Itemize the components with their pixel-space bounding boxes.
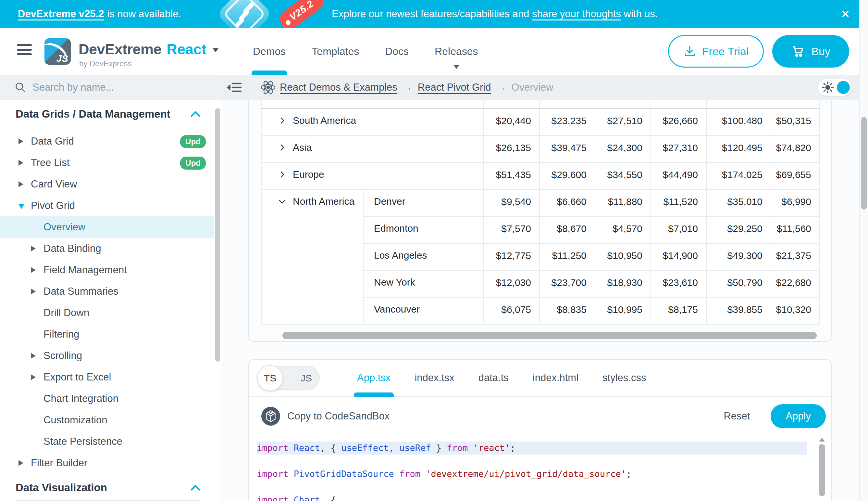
pivot-city-cell-los-angeles[interactable]: Los Angeles [363,243,484,270]
sidebar-item-tree-list[interactable]: Tree ListUpd [0,152,214,173]
pivot-cell-value: $14,900 [651,243,706,270]
react-icon [260,79,277,96]
pivot-region-cell-europe[interactable]: Europe [261,162,484,189]
devextreme-js-logo[interactable]: JS [44,38,71,65]
buy-button[interactable]: Buy [772,35,849,67]
sidebar-section-data-grids-data-management[interactable]: Data Grids / Data Management [0,103,214,125]
language-toggle-ts[interactable]: TS [257,365,283,391]
language-toggle[interactable]: TS JS [257,366,320,390]
sidebar-item-customization[interactable]: Customization [0,409,214,431]
chevron-right-icon [31,353,36,359]
pivot-grid-table: South America$20,440$23,235$27,510$26,66… [261,100,820,324]
pivot-hscroll-thumb[interactable] [283,332,817,339]
pivot-region-cell-asia[interactable]: Asia [261,136,484,162]
pivot-region-cell-north-america[interactable]: North America [261,189,363,324]
sidebar-scrollbar[interactable] [215,108,220,362]
code-vertical-scrollbar [818,438,826,499]
breadcrumb-separator: → [403,82,413,93]
sidebar-item-card-view[interactable]: Card View [0,173,214,195]
pivot-cell-value: $29,600 [539,162,595,189]
chevron-up-icon [190,110,201,118]
sidebar-item-filtering[interactable]: Filtering [0,323,214,345]
sidebar-item-filter-builder[interactable]: Filter Builder [0,452,214,474]
apply-button[interactable]: Apply [771,404,826,428]
pivot-cell-value: $49,300 [706,243,771,270]
breadcrumb-item-react-demos-examples[interactable]: React Demos & Examples [280,82,397,93]
scroll-up-arrow-icon[interactable] [819,438,825,441]
pivot-cell-value: $8,670 [539,216,595,243]
pivot-row-region-asia: Asia$26,135$39,475$24,300$27,310$120,495… [261,136,820,162]
sandbox-toolbar: Copy to CodeSandBox Reset Apply [249,397,831,436]
sidebar-item-data-summaries[interactable]: Data Summaries [0,281,214,302]
pivot-region-cell-south-america[interactable]: South America [261,108,484,136]
code-line [257,481,831,493]
pivot-city-cell-vancouver[interactable]: Vancouver [363,297,484,324]
hamburger-menu-icon[interactable] [17,44,32,58]
chevron-right-icon [19,138,23,144]
page-scrollbar-thumb[interactable] [861,117,867,210]
pivot-city-cell-denver[interactable]: Denver [363,189,484,216]
brand-title: DevExtreme React [79,41,219,58]
sidebar-item-drill-down[interactable]: Drill Down [0,302,214,323]
sidebar-item-export-to-excel[interactable]: Export to Excel [0,366,214,388]
pivot-cell-value: $4,570 [595,216,651,243]
code-line [257,455,831,468]
pivot-cell-value: $7,010 [651,216,706,243]
code-line: import Chart, { [257,493,831,501]
pivot-cell-value: $6,990 [771,189,820,216]
codesandbox-icon[interactable] [261,407,280,426]
sidebar-item-data-grid[interactable]: Data GridUpd [0,131,214,152]
tab-app-tsx[interactable]: App.tsx [357,359,391,396]
nav-item-demos[interactable]: Demos [253,28,286,75]
pivot-city-cell-edmonton[interactable]: Edmonton [363,216,484,243]
tab-styles-css[interactable]: styles.css [603,359,646,396]
pivot-cell-value: $50,790 [706,270,771,297]
close-icon[interactable]: ✕ [841,0,850,28]
share-thoughts-link[interactable]: share your thoughts [532,8,621,20]
pivot-cell-value: $12,775 [484,243,539,270]
pivot-grid-demo-card: South America$20,440$23,235$27,510$26,66… [248,100,832,342]
sidebar-item-overview[interactable]: Overview [0,216,214,238]
nav-item-templates[interactable]: Templates [312,28,359,75]
tab-data-ts[interactable]: data.ts [479,359,509,396]
sidebar-item-scrolling[interactable]: Scrolling [0,345,214,366]
pivot-city-cell-new-york[interactable]: New York [363,270,484,297]
framework-chevron-down-icon[interactable] [212,48,219,52]
free-trial-button[interactable]: Free Trial [668,35,764,67]
theme-toggle-knob[interactable] [837,81,850,94]
collapse-sidebar-icon[interactable] [227,81,242,94]
pivot-cell-value: $8,175 [651,297,706,324]
pivot-cell-value: $8,835 [539,297,595,324]
breadcrumb-item-react-pivot-grid[interactable]: React Pivot Grid [418,82,491,93]
sidebar-section-data-visualization[interactable]: Data Visualization [0,477,214,498]
sidebar-nav-list: Data Grids / Data ManagementData GridUpd… [0,100,214,501]
nav-item-docs[interactable]: Docs [385,28,409,75]
nav-item-releases[interactable]: Releases [435,28,478,75]
pivot-cell-value: $24,300 [595,136,651,162]
theme-toggle[interactable] [818,79,852,96]
code-line: import PivotGridDataSource from 'devextr… [257,468,831,481]
copy-to-codesandbox-label[interactable]: Copy to CodeSandBox [287,411,389,422]
search-input[interactable] [32,82,185,93]
sidebar-item-field-management[interactable]: Field Management [0,259,214,281]
sidebar-item-chart-integration[interactable]: Chart Integration [0,388,214,409]
sidebar-item-pivot-grid[interactable]: Pivot Grid [0,195,214,216]
tab-index-html[interactable]: index.html [533,359,579,396]
tab-index-tsx[interactable]: index.tsx [415,359,454,396]
pivot-cell-value: $11,560 [771,216,820,243]
language-toggle-js[interactable]: JS [300,366,312,390]
pivot-cell-value: $26,660 [651,108,706,136]
breadcrumb-item-overview: Overview [512,82,553,93]
code-vscroll-thumb[interactable] [818,444,825,496]
framework-name[interactable]: React [166,41,207,58]
pivot-cell-value: $50,315 [771,108,820,136]
version-badge: V25.2 [276,0,327,28]
sun-icon [821,81,834,94]
banner-version-link[interactable]: DevExtreme v25.2 [18,8,104,20]
reset-button[interactable]: Reset [724,411,750,422]
sidebar-item-data-binding[interactable]: Data Binding [0,238,214,259]
pivot-cell-value: $51,435 [484,162,539,189]
sidebar-item-state-persistence[interactable]: State Persistence [0,431,214,452]
code-editor[interactable]: import React, { useEffect, useRef } from… [249,436,831,501]
breadcrumb-separator: → [496,82,506,93]
